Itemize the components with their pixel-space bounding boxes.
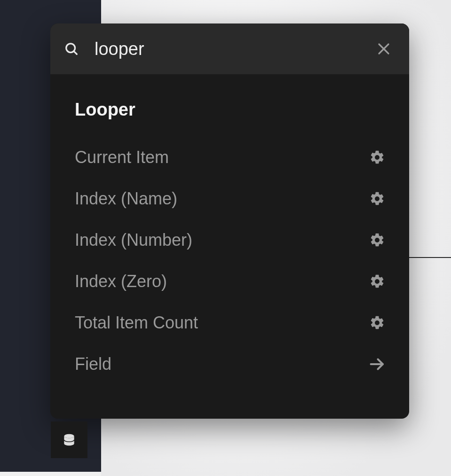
gear-icon [369, 273, 386, 290]
result-item-field[interactable]: Field [75, 343, 386, 385]
result-item-index-zero[interactable]: Index (Zero) [75, 261, 386, 302]
result-item-label: Index (Zero) [75, 272, 167, 291]
result-item-index-name[interactable]: Index (Name) [75, 178, 386, 219]
gear-icon [369, 149, 386, 166]
result-item-label: Current Item [75, 148, 169, 167]
close-icon[interactable] [374, 39, 393, 58]
gear-icon [369, 190, 386, 207]
search-panel: Looper Current Item Index (Name) Index (… [50, 23, 409, 419]
search-icon [64, 42, 79, 56]
result-item-total-item-count[interactable]: Total Item Count [75, 302, 386, 343]
database-button[interactable] [51, 421, 87, 458]
svg-point-5 [64, 434, 74, 438]
arrow-right-icon [369, 356, 386, 373]
result-item-label: Index (Name) [75, 189, 177, 209]
result-item-index-number[interactable]: Index (Number) [75, 219, 386, 261]
svg-line-1 [74, 51, 77, 54]
result-item-label: Total Item Count [75, 313, 198, 333]
search-row [50, 23, 409, 74]
gear-icon [369, 232, 386, 249]
result-item-label: Index (Number) [75, 230, 192, 250]
database-icon [62, 432, 77, 447]
section-title: Looper [75, 100, 386, 120]
result-item-label: Field [75, 354, 111, 374]
result-item-current-item[interactable]: Current Item [75, 137, 386, 178]
gear-icon [369, 314, 386, 331]
results-list: Looper Current Item Index (Name) Index (… [50, 74, 409, 419]
search-input[interactable] [95, 39, 374, 59]
